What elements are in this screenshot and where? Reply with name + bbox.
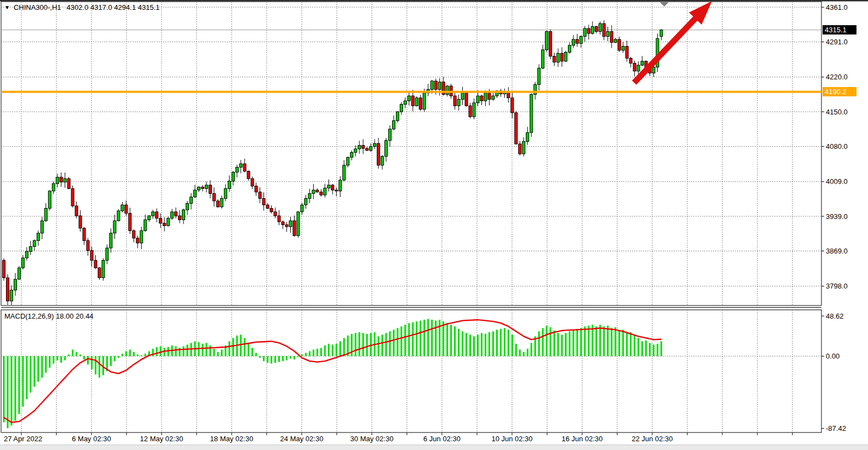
hline-price-badge[interactable]: 4190.2 — [823, 87, 856, 96]
symbol-dropdown-icon[interactable]: ▼ — [4, 4, 10, 10]
time-tick-label: 10 Jun 02:30 — [491, 435, 532, 443]
time-tick-label: 30 May 02:30 — [350, 435, 394, 443]
price-tick-label: 4291.0 — [826, 38, 848, 46]
chart-header: ▼CHINA300-,H14302.0 4317.0 4294.1 4315.1 — [4, 3, 160, 11]
macd-indicator-label: MACD(12,26,9) 18.00 20.44 — [4, 312, 94, 320]
macd-tick-label: 0.00 — [826, 352, 840, 360]
price-tick-label: 4150.0 — [826, 108, 848, 116]
window-bottom-strip — [0, 445, 868, 450]
symbol-timeframe-label: CHINA300-,H1 — [14, 3, 61, 11]
ohlc-values: 4302.0 4317.0 4294.1 4315.1 — [67, 3, 160, 11]
price-tick-label: 4220.0 — [826, 73, 848, 81]
time-tick-label: 27 Apr 2022 — [4, 435, 42, 443]
chart-canvas[interactable]: 4361.04291.04220.04150.04080.04009.03939… — [0, 0, 868, 450]
time-tick-label: 12 May 02:30 — [140, 435, 183, 443]
price-tick-label: 3939.0 — [826, 212, 848, 221]
price-tick-label: 4361.0 — [826, 3, 848, 11]
time-tick-label: 16 Jun 02:30 — [561, 435, 602, 443]
price-tick-label: 3798.0 — [826, 282, 848, 290]
time-tick-label: 6 May 02:30 — [72, 435, 111, 443]
time-tick-label: 18 May 02:30 — [210, 435, 254, 443]
time-tick-label: 22 Jun 02:30 — [631, 435, 672, 443]
time-tick-label: 24 May 02:30 — [280, 435, 324, 443]
price-tick-label: 3869.0 — [826, 247, 848, 255]
price-tick-label: 4080.0 — [826, 142, 848, 151]
macd-tick-label: -87.42 — [826, 424, 846, 432]
mt4-chart-window: 4361.04291.04220.04150.04080.04009.03939… — [0, 0, 868, 450]
window-top-edge — [0, 0, 868, 2]
macd-tick-label: 48.62 — [826, 312, 844, 320]
price-tick-label: 4009.0 — [826, 177, 848, 186]
current-price-badge: 4315.1 — [823, 25, 856, 34]
main-pane[interactable] — [1, 2, 821, 305]
time-tick-label: 6 Jun 02:30 — [423, 435, 461, 443]
